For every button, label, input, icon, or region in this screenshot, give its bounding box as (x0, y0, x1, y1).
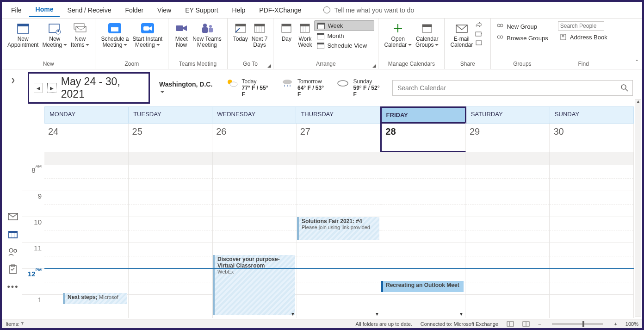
prev-week-button[interactable]: ◀ (34, 83, 43, 93)
start-instant-meeting-button[interactable]: Start Instant Meeting (130, 19, 164, 54)
event-solutions-fair[interactable]: Solutions Fair 2021: #4 Please join usin… (297, 217, 379, 240)
menu-pdf-xchange[interactable]: PDF-XChange (253, 4, 308, 17)
view-normal-icon[interactable] (507, 321, 514, 327)
next-7-days-button[interactable]: Next 7 Days (250, 19, 270, 54)
menu-help[interactable]: Help (226, 4, 252, 17)
people-nav-icon[interactable] (8, 247, 18, 256)
day-header-today[interactable]: FRIDAY (380, 106, 466, 124)
date-cell[interactable]: 24 (44, 124, 129, 152)
event-recreating-outlook[interactable]: Recreating an Outlook Meet (381, 281, 464, 292)
day-header[interactable]: WEDNESDAY (212, 106, 296, 124)
calendar-nav-icon[interactable] (8, 230, 18, 239)
zoom-out-button[interactable]: − (538, 321, 541, 327)
menu-home[interactable]: Home (29, 3, 60, 17)
day-view-button[interactable]: Day (277, 19, 296, 54)
open-calendar-button[interactable]: Open Calendar (382, 19, 414, 54)
vertical-scrollbar[interactable] (635, 99, 641, 317)
svg-point-38 (500, 24, 503, 27)
email-calendar-button[interactable]: E-mail Calendar (448, 19, 475, 54)
new-group-button[interactable]: New Group (495, 21, 550, 31)
forward-icon[interactable] (475, 21, 482, 29)
svg-rect-11 (143, 26, 149, 31)
svg-rect-33 (422, 25, 432, 27)
date-cell[interactable]: 26 (212, 124, 297, 152)
browse-groups-button[interactable]: Browse Groups (495, 33, 550, 43)
ribbon-group-manage: Open Calendar Calendar Groups Manage Cal… (378, 19, 445, 69)
date-cell[interactable]: 30 (550, 124, 634, 152)
zoom-level: 100% (625, 321, 638, 327)
new-meeting-button[interactable]: New Meeting (40, 19, 69, 54)
menu-folder[interactable]: Folder (118, 4, 150, 17)
menu-file[interactable]: File (5, 4, 28, 17)
more-below-icon[interactable]: ▼ (459, 311, 464, 317)
more-below-icon[interactable]: ▼ (375, 311, 380, 317)
svg-point-44 (230, 82, 237, 87)
next-week-button[interactable]: ▶ (47, 83, 56, 93)
menu-view[interactable]: View (151, 4, 178, 17)
day-header[interactable]: MONDAY (44, 106, 129, 124)
day-header-row: MONDAY TUESDAY WEDNESDAY THURSDAY FRIDAY… (22, 106, 634, 124)
all-day-strip[interactable] (44, 152, 634, 165)
address-book-button[interactable]: Address Book (558, 32, 609, 42)
weather-sunday[interactable]: Sunday59° F / 52° F (336, 78, 383, 98)
more-nav-icon[interactable]: ••• (8, 282, 18, 292)
search-icon[interactable] (621, 84, 628, 92)
day-header[interactable]: SUNDAY (550, 106, 634, 124)
dialog-launcher-icon[interactable]: ◢ (267, 63, 271, 68)
group-label: Teams Meeting (179, 60, 217, 69)
day-header[interactable]: TUESDAY (129, 106, 212, 124)
date-cell[interactable]: 29 (466, 124, 550, 152)
event-next-steps[interactable]: Next steps; Microsof (63, 293, 127, 304)
group-label: Manage Calendars (388, 60, 435, 69)
more-below-icon[interactable]: ▼ (291, 311, 296, 317)
date-cell[interactable]: 25 (129, 124, 213, 152)
label: Open Calendar (384, 36, 412, 54)
day-header[interactable]: THURSDAY (296, 106, 380, 124)
weather-tomorrow[interactable]: Tomorrow64° F / 53° F (281, 78, 327, 98)
collapse-ribbon-icon[interactable]: ˄ (635, 59, 638, 66)
month-view-button[interactable]: Month (314, 31, 374, 41)
mail-nav-icon[interactable] (8, 212, 18, 221)
people-plus-icon (496, 23, 504, 30)
search-people-input[interactable] (558, 21, 604, 31)
location-picker[interactable]: Washington, D.C. (159, 81, 216, 95)
day-header[interactable]: SATURDAY (466, 106, 550, 124)
today-button[interactable]: Today (231, 19, 250, 54)
new-appointment-button[interactable]: New Appointment (6, 19, 40, 54)
svg-rect-20 (254, 24, 265, 26)
tell-me-input[interactable]: Tell me what you want to do (334, 6, 414, 14)
view-reading-icon[interactable] (522, 321, 530, 327)
expand-folder-pane[interactable]: ❯ (11, 77, 15, 204)
ribbon: New Appointment New Meeting New Items Ne… (2, 19, 642, 69)
menu-send-receive[interactable]: Send / Receive (61, 4, 118, 17)
label: New Teams Meeting (192, 36, 221, 54)
plus-icon (390, 21, 405, 35)
seven-day-icon (252, 21, 267, 35)
search-calendar-input[interactable] (392, 80, 633, 96)
hour-grid[interactable]: 8AM 9 10 11 12PM 1 2 Solutions Fair 2021… (22, 165, 634, 318)
label: Address Book (570, 34, 607, 41)
share-calendar-icon[interactable] (475, 30, 482, 37)
label: Week (328, 22, 343, 29)
date-cell[interactable]: 27 (297, 124, 381, 152)
zoom-slider[interactable] (552, 323, 603, 325)
today-icon (233, 21, 248, 35)
new-items-button[interactable]: New Items (69, 19, 91, 54)
schedule-view-button[interactable]: Schedule View (314, 41, 374, 50)
publish-icon[interactable] (475, 39, 482, 46)
schedule-meeting-button[interactable]: Schedule a Meeting (99, 19, 130, 54)
meet-now-button[interactable]: Meet Now (172, 19, 191, 54)
group-label: Zoom (124, 60, 139, 69)
zoom-in-button[interactable]: + (614, 321, 617, 327)
event-discover-purpose[interactable]: Discover your purpose- Virtual Classroom… (213, 255, 295, 315)
tasks-nav-icon[interactable] (8, 265, 18, 274)
week-view-button[interactable]: Week (314, 20, 374, 31)
calendar-groups-button[interactable]: Calendar Groups (414, 19, 440, 54)
dialog-launcher-icon[interactable]: ◢ (372, 63, 376, 68)
date-cell-today[interactable]: 28 (380, 122, 466, 152)
work-week-button[interactable]: Work Week (296, 19, 314, 54)
weather-today[interactable]: Today77° F / 55° F (225, 78, 272, 98)
ribbon-group-zoom: Schedule a Meeting Start Instant Meeting… (95, 19, 168, 69)
menu-ey-support[interactable]: EY Support (179, 4, 224, 17)
new-teams-meeting-button[interactable]: New Teams Meeting (191, 19, 223, 54)
